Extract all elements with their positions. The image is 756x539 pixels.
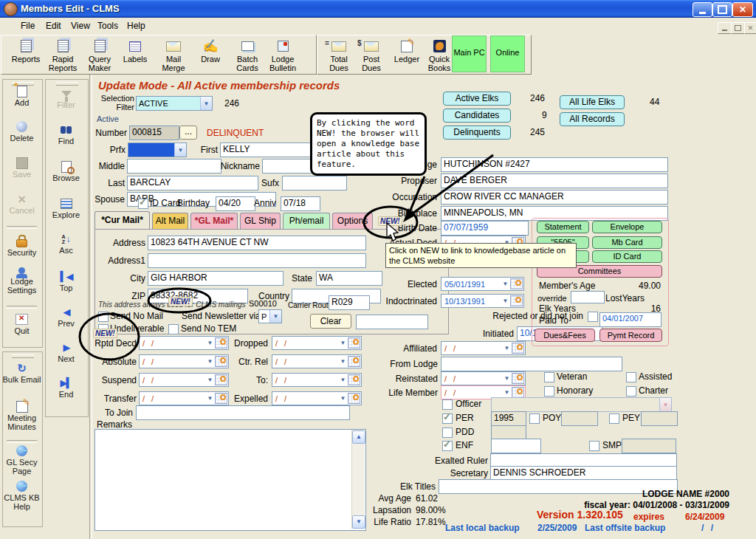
occupation-field[interactable]: CROW RIVER CC MANAGER (441, 190, 668, 205)
smp-checkbox[interactable] (589, 441, 599, 451)
dropdown-arrow-icon[interactable]: ▼ (502, 345, 512, 351)
new-feature-link-address[interactable]: NEW! (168, 297, 193, 306)
sidebar-sort-asc-button[interactable]: AZ↓ Asc (47, 233, 86, 255)
lodge-bulletin-button[interactable]: Lodge Bulletin (264, 38, 301, 72)
address1-field[interactable] (148, 253, 366, 268)
rapid-reports-button[interactable]: Rapid Reports (44, 38, 81, 72)
state-field[interactable]: WA (316, 271, 382, 286)
prfx-combo[interactable]: ▼ (128, 143, 187, 157)
active-elks-button[interactable]: Active Elks (443, 92, 511, 106)
rptd-decd-field[interactable]: / /▼ (139, 336, 229, 350)
dropdown-arrow-icon[interactable]: ▼ (338, 340, 348, 346)
ledger-button[interactable]: Ledger (388, 38, 425, 63)
mdi-restore-button[interactable] (731, 22, 745, 34)
address-field[interactable]: 10823 64TH AVENUE CT NW (148, 236, 366, 250)
chevron-down-icon[interactable]: ▼ (269, 310, 281, 323)
calendar-icon[interactable] (348, 374, 360, 385)
id-card-checkbox[interactable] (138, 199, 148, 209)
pey-checkbox[interactable] (609, 413, 619, 424)
remarks-textarea[interactable] (94, 429, 366, 531)
calendar-icon[interactable] (512, 387, 524, 398)
tab-alt-mail[interactable]: Alt Mail (152, 213, 188, 229)
poy-checkbox[interactable] (529, 413, 540, 424)
carrier-route-field[interactable]: R029 (329, 295, 370, 310)
dropdown-arrow-icon[interactable]: ▼ (501, 298, 510, 304)
minimize-button[interactable] (693, 2, 712, 17)
calendar-icon[interactable] (348, 356, 360, 367)
all-records-button[interactable]: All Records (560, 112, 625, 126)
sidebar-find-button[interactable]: Find (47, 123, 86, 145)
sidebar-quit-button[interactable]: Quit (2, 313, 41, 335)
reinstated-field[interactable]: / /▼ (441, 371, 526, 385)
batch-cards-button[interactable]: Batch Cards (229, 38, 266, 72)
calendar-icon[interactable] (348, 337, 360, 349)
paid-to-field[interactable]: 04/01/2007 (599, 312, 662, 327)
birthday-field[interactable]: 04/20 (216, 196, 255, 211)
menu-help[interactable]: Help (124, 20, 148, 32)
indoctrinated-field[interactable]: 10/13/1991▼ (441, 294, 524, 308)
sidebar-end-button[interactable]: ▶▍ End (47, 377, 86, 399)
id-card-button[interactable]: ID Card (592, 250, 662, 263)
calendar-icon[interactable] (510, 278, 523, 289)
sidebar-gl-secy-page-button[interactable]: GL Secy Page (2, 444, 41, 476)
chevron-down-icon[interactable]: ▼ (200, 97, 212, 110)
sidebar-add-button[interactable]: Add (2, 85, 41, 107)
sidebar-explore-button[interactable]: Explore (47, 197, 86, 219)
birth-date-field[interactable]: 07/07/1959 (441, 221, 529, 236)
sidebar-lodge-settings-button[interactable]: Lodge Settings (2, 264, 41, 295)
pdd-checkbox[interactable] (442, 428, 453, 438)
ctr-rel-field[interactable]: / /▼ (272, 354, 362, 368)
dropdown-arrow-icon[interactable]: ▼ (338, 395, 348, 402)
tab-options[interactable]: Options (332, 213, 373, 229)
sidebar-top-button[interactable]: ▍◀ Top (47, 270, 86, 292)
reports-button[interactable]: Reports (7, 38, 44, 63)
main-pc-indicator[interactable]: Main PC (452, 35, 487, 72)
dropdown-arrow-icon[interactable]: ▼ (502, 389, 512, 396)
new-feature-link-rptd[interactable]: NEW! (93, 329, 117, 338)
post-dues-button[interactable]: $ Post Dues (353, 38, 390, 72)
clear-button[interactable]: Clear (310, 314, 351, 329)
calendar-icon[interactable] (348, 393, 360, 404)
menu-file[interactable]: File (18, 20, 38, 32)
send-no-mail-checkbox[interactable] (98, 312, 109, 322)
sidebar-prev-button[interactable]: ◀ Prev (47, 306, 86, 328)
charter-checkbox[interactable] (626, 386, 636, 396)
number-lookup-button[interactable]: ... (179, 126, 197, 140)
sidebar-delete-button[interactable]: Delete (2, 120, 41, 143)
last-name-field[interactable]: BARCLAY (127, 176, 258, 190)
enf-checkbox[interactable] (442, 441, 453, 451)
dropdown-arrow-icon[interactable]: ▼ (205, 377, 215, 383)
tab-cur-mail[interactable]: *Cur Mail* (94, 211, 150, 229)
per-checkbox[interactable] (442, 413, 453, 424)
all-life-elks-button[interactable]: All Life Elks (560, 95, 625, 109)
expelled-field[interactable]: / /▼ (272, 391, 362, 405)
dropped-field[interactable]: / /▼ (272, 336, 362, 350)
middle-name-field[interactable] (127, 159, 221, 174)
to-join-field[interactable] (136, 405, 350, 420)
affiliated-field[interactable]: / /▼ (441, 341, 526, 355)
envelope-button[interactable]: Envelope (592, 221, 662, 233)
mdi-close-button[interactable]: ✕ (744, 22, 756, 34)
mdi-minimize-button[interactable] (718, 22, 732, 34)
sidebar-next-button[interactable]: ▶ Next (47, 341, 86, 363)
calendar-icon[interactable] (512, 373, 524, 384)
sidebar-meeting-minutes-button[interactable]: Meeting Minutes (2, 400, 41, 431)
absolute-field[interactable]: / /▼ (139, 354, 229, 368)
menu-tools[interactable]: Tools (94, 20, 121, 32)
chevron-down-icon[interactable]: ▼ (174, 143, 186, 157)
dropdown-arrow-icon[interactable]: ▼ (338, 377, 348, 383)
query-maker-button[interactable]: Query Maker (81, 38, 118, 72)
smp-field[interactable] (622, 439, 676, 453)
number-field[interactable]: 000815 (129, 126, 179, 140)
clear-value-field[interactable] (356, 315, 428, 329)
assisted-checkbox[interactable] (626, 372, 636, 382)
lodge-field[interactable]: HUTCHINSON #2427 (441, 157, 668, 172)
dropdown-arrow-icon[interactable]: ▼ (205, 395, 215, 402)
proposer-field[interactable]: DAVE BERGER (441, 174, 668, 188)
tab-gl-ship[interactable]: GL Ship (240, 213, 281, 229)
calendar-icon[interactable] (510, 295, 523, 306)
mail-merge-button[interactable]: Mail Merge (155, 38, 192, 72)
sidebar-bulk-email-button[interactable]: ↻ Bulk Email (2, 362, 41, 384)
sufx-field[interactable] (282, 176, 347, 190)
to-field[interactable]: / /▼ (272, 373, 362, 387)
